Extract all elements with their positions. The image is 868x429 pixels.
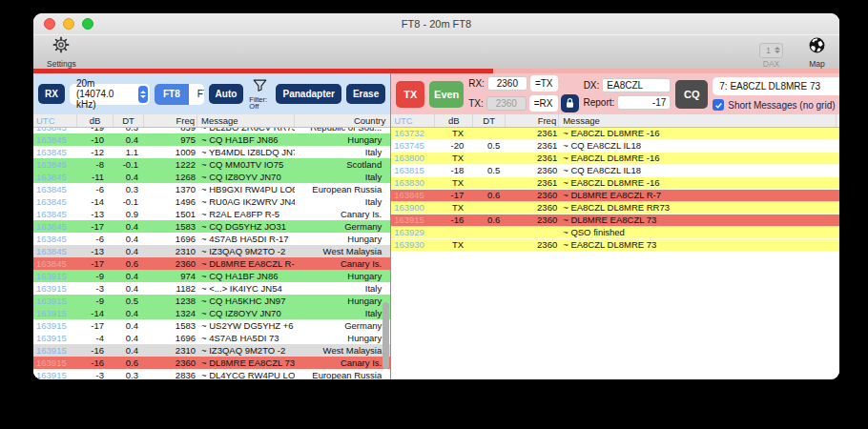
decode-row[interactable]: 163845-60.41696~ 4S7AB HA5DI R-17Hungary bbox=[33, 233, 390, 245]
decode-row[interactable]: 163732TX2361~ EA8CZL DL8MRE -16 bbox=[391, 128, 839, 140]
decode-row[interactable]: 163915-160.62360~ DL8MRE EA8CZL 73Canary… bbox=[33, 357, 390, 369]
cell-freq: 859 bbox=[144, 128, 197, 133]
decode-row[interactable]: 163845-110.41268~ CQ IZ8OYV JN70Italy bbox=[33, 171, 390, 183]
tx-freq-input[interactable]: 2360 bbox=[486, 96, 527, 111]
tx-enable-button[interactable]: TX bbox=[396, 81, 424, 108]
decode-row[interactable]: 163745-200.52361~ CQ EA8CZL IL18Canary I… bbox=[391, 140, 839, 153]
decode-row[interactable]: 163915-30.41182~ <...> IK4IYC JN54Italy bbox=[33, 282, 390, 295]
gear-icon bbox=[52, 35, 71, 58]
decode-row[interactable]: 163830TX2361~ EA8CZL DL8MRE -16 bbox=[391, 177, 839, 190]
cell-db: -16 bbox=[77, 344, 114, 357]
auto-button[interactable]: Auto bbox=[209, 84, 244, 104]
cell-db: -8 bbox=[77, 158, 114, 171]
decode-row[interactable]: 163915-40.41696~ 4S7AB HA5DI 73Hungary bbox=[33, 332, 390, 344]
eq-rx-button[interactable]: =RX bbox=[529, 95, 558, 112]
decode-row[interactable]: 163845-190.3859~ DL2BO ZR6CV RR73Republi… bbox=[33, 128, 390, 133]
decode-row[interactable]: 163845-170.62360~ DL8MRE EA8CZL R-7Canar… bbox=[33, 257, 390, 270]
cell-freq: 1009 bbox=[144, 146, 197, 158]
cell-db: TX bbox=[435, 202, 473, 214]
decode-row[interactable]: 163915-160.62360~ DL8MRE EA8CZL 73Canary… bbox=[391, 214, 839, 227]
cq-button[interactable]: CQ bbox=[675, 80, 708, 109]
settings-label: Settings bbox=[47, 59, 76, 69]
decode-row[interactable]: 163915-30.32836~ DL4YCG RW4PU LO64Europe… bbox=[33, 369, 390, 379]
cell-db: -16 bbox=[77, 357, 114, 369]
panadapter-button[interactable]: Panadapter bbox=[276, 84, 341, 104]
cell-db: -16 bbox=[435, 214, 473, 226]
cell-dt: 0.3 bbox=[114, 369, 144, 379]
decode-row[interactable]: 163845-130.91501~ R2AL EA8FP R-5Canary I… bbox=[33, 208, 390, 220]
decode-row[interactable]: 163800TX2361~ EA8CZL DL8MRE -16 bbox=[391, 153, 839, 165]
decode-row[interactable]: 163845-60.31370~ HB9GXI RW4PU LO64Europe… bbox=[33, 183, 390, 195]
rx-freq-input[interactable]: 2360 bbox=[487, 76, 527, 91]
short-messages-checkbox[interactable] bbox=[713, 99, 724, 111]
decode-row[interactable]: 163929~ QSO finished bbox=[391, 227, 839, 239]
settings-button[interactable]: Settings bbox=[47, 35, 76, 69]
dax-stepper[interactable]: 1 bbox=[759, 43, 783, 58]
decode-row[interactable]: 163845-14-0.11496~ RU0AG IK2WRV JN45Ital… bbox=[33, 195, 390, 208]
filter-control[interactable]: Filter: Off bbox=[249, 78, 270, 111]
decode-row[interactable]: 163845-8-0.11222~ CQ MM0JTV IO75Scotland bbox=[33, 158, 390, 171]
decode-row[interactable]: 163845-121.11009~ YB4MDL IZ8LDQ JN70Ital… bbox=[33, 146, 390, 158]
erase-button[interactable]: Erase bbox=[346, 84, 385, 104]
cell-freq: 1583 bbox=[144, 319, 197, 332]
even-period-button[interactable]: Even bbox=[429, 81, 464, 108]
decode-row[interactable]: 163900TX2360~ EA8CZL DL8MRE RR73 bbox=[391, 202, 839, 214]
tab-ft4[interactable]: FT4 bbox=[189, 84, 204, 105]
dx-call-input[interactable]: EA8CZL bbox=[602, 78, 671, 92]
band-select[interactable]: 20m (14074.0 kHz) bbox=[70, 84, 150, 105]
cell-dt: 0.6 bbox=[114, 357, 144, 369]
decode-row[interactable]: 163815-180.52360~ CQ EA8CZL IL18Canary I… bbox=[391, 165, 839, 177]
cell-utc: 163845 bbox=[391, 190, 435, 201]
globe-icon bbox=[808, 36, 826, 58]
cell-utc: 163845 bbox=[33, 128, 77, 133]
decode-row[interactable]: 163845-170.62360~ DL8MRE EA8CZL R-7Canar… bbox=[391, 190, 839, 202]
cell-msg: ~ HB9GXI RW4PU LO64 bbox=[197, 183, 295, 195]
cell-db: -18 bbox=[435, 165, 473, 176]
tx-qso-table: UTC dB DT Freq Message Country 163732TX2… bbox=[391, 114, 839, 379]
decode-row[interactable]: 163930TX2360~ EA8CZL DL8MRE 73 bbox=[391, 239, 839, 252]
report-input[interactable]: -17 bbox=[617, 95, 671, 110]
dax-label: DAX bbox=[763, 59, 779, 69]
cell-dt: 0.4 bbox=[114, 307, 144, 319]
map-button[interactable]: Map bbox=[808, 36, 826, 69]
cell-country: Italy bbox=[295, 282, 390, 295]
cell-freq: 1238 bbox=[144, 295, 197, 307]
cell-utc: 163915 bbox=[33, 344, 77, 357]
decode-row[interactable]: 163915-140.41324~ CQ IZ8OYV JN70Italy bbox=[33, 307, 390, 319]
decode-row[interactable]: 163915-170.41583~ US2YW DG5YHZ +6Germany bbox=[33, 319, 390, 332]
rx-button[interactable]: RX bbox=[38, 84, 65, 104]
decode-row[interactable]: 163845-100.4975~ CQ HA1BF JN86Hungary bbox=[33, 133, 390, 146]
cell-dt: 0.4 bbox=[114, 220, 144, 233]
cell-country: European Russia bbox=[295, 183, 390, 195]
cell-freq: 975 bbox=[144, 133, 197, 146]
tab-ft8[interactable]: FT8 bbox=[155, 84, 189, 105]
cell-country: Germany bbox=[295, 319, 390, 332]
tx-message-select[interactable]: 7: EA8CZL DL8MRE 73 bbox=[713, 77, 839, 95]
cell-msg: ~ CQ DG5YHZ JO31 bbox=[197, 220, 295, 233]
dax-value: 1 bbox=[766, 46, 771, 55]
check-icon bbox=[714, 96, 723, 113]
lock-button[interactable] bbox=[561, 94, 579, 112]
band-select-value: 20m (14074.0 kHz) bbox=[76, 78, 134, 110]
tx-panel-toolbar: TX Even RX: 2360 =TX TX: 2360 =RX bbox=[391, 73, 839, 114]
title-bar[interactable]: FT8 - 20m FT8 bbox=[33, 13, 839, 34]
column-message: Message bbox=[559, 114, 837, 127]
column-dt: DT bbox=[114, 114, 144, 127]
cell-msg: ~ RU0AG IK2WRV JN45 bbox=[197, 195, 295, 208]
scrollbar-thumb[interactable] bbox=[382, 302, 389, 369]
map-label: Map bbox=[809, 59, 825, 69]
decode-row[interactable]: 163915-160.42310~ IZ3QAQ 9M2TO -2West Ma… bbox=[33, 344, 390, 357]
cell-msg: ~ EA8CZL DL8MRE RR73 bbox=[559, 202, 837, 214]
decode-row[interactable]: 163915-90.4974~ CQ HA1BF JN86Hungary bbox=[33, 270, 390, 282]
cell-country: Italy bbox=[295, 146, 390, 158]
rx-rows: 163845-190.3859~ DL2BO ZR6CV RR73Republi… bbox=[33, 128, 390, 379]
cell-db: -20 bbox=[435, 140, 473, 152]
cell-utc: 163915 bbox=[33, 282, 77, 295]
cell-dt: 0.9 bbox=[114, 208, 144, 220]
decode-row[interactable]: 163915-90.51238~ CQ HA5KHC JN97Hungary bbox=[33, 295, 390, 307]
cell-utc: 163915 bbox=[33, 270, 77, 282]
decode-row[interactable]: 163845-170.41583~ CQ DG5YHZ JO31Germany bbox=[33, 220, 390, 233]
decode-row[interactable]: 163845-130.42310~ IZ3QAQ 9M2TO -2West Ma… bbox=[33, 245, 390, 257]
eq-tx-button[interactable]: =TX bbox=[530, 75, 558, 92]
cell-freq: 1696 bbox=[144, 233, 197, 245]
